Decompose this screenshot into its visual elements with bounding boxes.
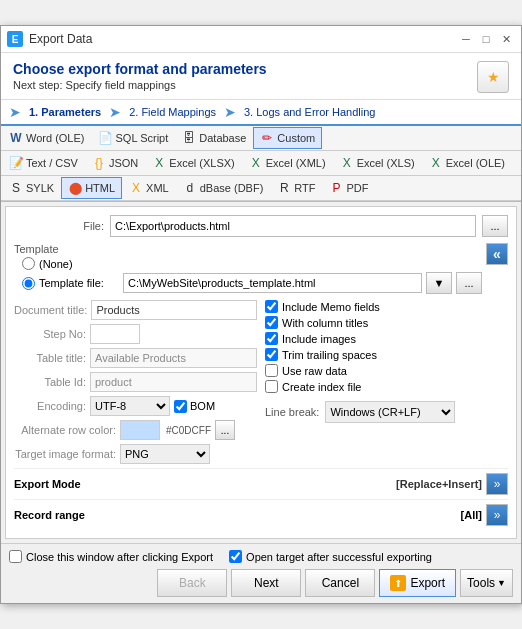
include-images-checkbox[interactable] (265, 332, 278, 345)
with-column-titles-checkbox[interactable] (265, 316, 278, 329)
record-range-button[interactable]: » (486, 504, 508, 526)
record-range-label: Record range (14, 509, 461, 521)
file-browse-button[interactable]: ... (482, 215, 508, 237)
format-json[interactable]: {} JSON (85, 152, 145, 174)
header: Choose export format and parameters Next… (1, 53, 521, 100)
toolbar-row-3: S SYLK ⬤ HTML X XML d dBase (DBF) R RTF … (1, 176, 521, 201)
back-button[interactable]: Back (157, 569, 227, 597)
template-file-input[interactable] (123, 273, 422, 293)
format-html[interactable]: ⬤ HTML (61, 177, 122, 199)
memo-checkbox-row: Include Memo fields (265, 300, 508, 313)
template-file-radio[interactable] (22, 277, 35, 290)
trim-checkbox-row: Trim trailing spaces (265, 348, 508, 361)
sql-icon: 📄 (98, 131, 112, 145)
format-excel-xls[interactable]: X Excel (XLS) (333, 152, 422, 174)
format-custom[interactable]: ✏ Custom (253, 127, 322, 149)
next-button[interactable]: Next (231, 569, 301, 597)
format-excel-ole[interactable]: X Excel (OLE) (422, 152, 512, 174)
alternate-color-label: Alternate row color: (14, 424, 116, 436)
template-none-radio[interactable] (22, 257, 35, 270)
format-database[interactable]: 🗄 Database (175, 127, 253, 149)
bom-checkbox[interactable] (174, 400, 187, 413)
open-target-checkbox[interactable] (229, 550, 242, 563)
excel-xlsx-label: Excel (XLSX) (169, 157, 234, 169)
file-label: File: (14, 220, 104, 232)
tools-button[interactable]: Tools ▼ (460, 569, 513, 597)
use-raw-data-label: Use raw data (282, 365, 347, 377)
minimize-button[interactable]: ─ (457, 30, 475, 48)
open-target-row: Open target after successful exporting (229, 550, 432, 563)
step2-arrow: ➤ (109, 104, 121, 120)
format-excel-xml[interactable]: X Excel (XML) (242, 152, 333, 174)
color-dots-button[interactable]: ... (215, 420, 235, 440)
format-excel-xlsx[interactable]: X Excel (XLSX) (145, 152, 241, 174)
step-2-label: 2. Field Mappings (129, 106, 216, 118)
template-browse-button[interactable]: ▼ (426, 272, 452, 294)
use-raw-data-checkbox[interactable] (265, 364, 278, 377)
export-label: Export (410, 576, 445, 590)
maximize-button[interactable]: □ (477, 30, 495, 48)
template-file-browse-button[interactable]: ... (456, 272, 482, 294)
include-memo-checkbox[interactable] (265, 300, 278, 313)
export-mode-button[interactable]: » (486, 473, 508, 495)
export-mode-label: Export Mode (14, 478, 396, 490)
html-icon: ⬤ (68, 181, 82, 195)
export-button[interactable]: ⬆ Export (379, 569, 456, 597)
toolbar-rows: W Word (OLE) 📄 SQL Script 🗄 Database ✏ C… (1, 126, 521, 202)
bom-checkbox-row: BOM (174, 400, 215, 413)
doc-title-input[interactable] (91, 300, 257, 320)
star-button[interactable]: ★ (477, 61, 509, 93)
step-1[interactable]: 1. Parameters (23, 104, 107, 120)
close-button[interactable]: ✕ (497, 30, 515, 48)
database-icon: 🗄 (182, 131, 196, 145)
close-after-export-checkbox[interactable] (9, 550, 22, 563)
target-image-row: Target image format: PNG JPEG BMP (14, 444, 257, 464)
step-no-input[interactable] (90, 324, 140, 344)
step-no-label: Step No: (14, 328, 86, 340)
columns-checkbox-row: With column titles (265, 316, 508, 329)
custom-icon: ✏ (260, 131, 274, 145)
table-title-row: Table title: (14, 348, 257, 368)
step-2[interactable]: 2. Field Mappings (123, 104, 222, 120)
export-icon: ⬆ (390, 575, 406, 591)
text-icon: 📝 (9, 156, 23, 170)
template-section-label: Template (14, 243, 482, 255)
table-id-input[interactable] (90, 372, 257, 392)
format-sql-script[interactable]: 📄 SQL Script (91, 127, 175, 149)
cancel-button[interactable]: Cancel (305, 569, 375, 597)
file-row: File: ... (14, 215, 508, 237)
json-label: JSON (109, 157, 138, 169)
pdf-icon: P (329, 181, 343, 195)
linebreak-row: Line break: Windows (CR+LF) Unix (LF) Ma… (265, 401, 508, 423)
excel-xls-icon: X (340, 156, 354, 170)
tools-dropdown-icon: ▼ (497, 578, 506, 588)
text-csv-label: Text / CSV (26, 157, 78, 169)
trim-trailing-label: Trim trailing spaces (282, 349, 377, 361)
color-picker-box[interactable] (120, 420, 160, 440)
trim-trailing-checkbox[interactable] (265, 348, 278, 361)
target-image-select[interactable]: PNG JPEG BMP (120, 444, 210, 464)
images-checkbox-row: Include images (265, 332, 508, 345)
step-3[interactable]: 3. Logs and Error Handling (238, 104, 381, 120)
encoding-select[interactable]: UTF-8 UTF-16 ASCII (90, 396, 170, 416)
excel-xml-icon: X (249, 156, 263, 170)
table-title-input[interactable] (90, 348, 257, 368)
header-title: Choose export format and parameters (13, 61, 267, 77)
database-label: Database (199, 132, 246, 144)
format-xml[interactable]: X XML (122, 177, 176, 199)
format-rtf[interactable]: R RTF (270, 177, 322, 199)
format-text-csv[interactable]: 📝 Text / CSV (2, 152, 85, 174)
create-index-checkbox[interactable] (265, 380, 278, 393)
format-dbase-dbf[interactable]: d dBase (DBF) (176, 177, 271, 199)
format-sylk[interactable]: S SYLK (2, 177, 61, 199)
template-none-row: (None) (22, 257, 482, 270)
format-word-ole[interactable]: W Word (OLE) (2, 127, 91, 149)
excel-xml-label: Excel (XML) (266, 157, 326, 169)
custom-label: Custom (277, 132, 315, 144)
file-input[interactable] (110, 215, 476, 237)
linebreak-select[interactable]: Windows (CR+LF) Unix (LF) Mac (CR) (325, 401, 455, 423)
template-collapse-button[interactable]: « (486, 243, 508, 265)
format-pdf[interactable]: P PDF (322, 177, 375, 199)
raw-checkbox-row: Use raw data (265, 364, 508, 377)
sylk-label: SYLK (26, 182, 54, 194)
